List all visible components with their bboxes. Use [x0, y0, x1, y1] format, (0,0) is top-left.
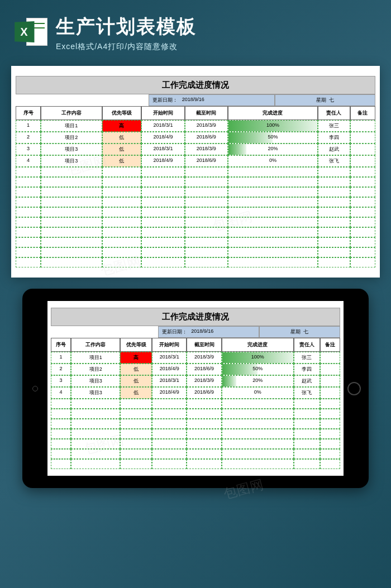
cell-task[interactable]: 项目3	[41, 155, 102, 167]
empty-cell[interactable]	[185, 197, 228, 207]
cell-progress[interactable]: 100%	[222, 352, 294, 364]
empty-cell[interactable]	[41, 197, 102, 207]
cell-start[interactable]: 2018/3/1	[152, 375, 187, 387]
empty-cell[interactable]	[350, 257, 375, 267]
empty-cell[interactable]	[228, 197, 318, 207]
empty-cell[interactable]	[350, 207, 375, 217]
empty-cell[interactable]	[71, 429, 120, 439]
empty-cell[interactable]	[318, 207, 350, 217]
cell-no[interactable]: 4	[16, 155, 41, 167]
empty-cell[interactable]	[187, 399, 221, 409]
cell-progress[interactable]: 50%	[228, 132, 318, 144]
empty-cell[interactable]	[102, 197, 142, 207]
cell-owner[interactable]: 赵武	[294, 375, 320, 387]
empty-cell[interactable]	[141, 237, 184, 247]
empty-cell[interactable]	[102, 217, 142, 227]
empty-cell[interactable]	[16, 257, 41, 267]
empty-cell[interactable]	[228, 237, 318, 247]
empty-cell[interactable]	[320, 399, 340, 409]
empty-cell[interactable]	[51, 419, 71, 429]
cell-priority[interactable]: 低	[102, 155, 142, 167]
empty-cell[interactable]	[185, 167, 228, 177]
empty-cell[interactable]	[41, 177, 102, 187]
cell-priority[interactable]: 低	[120, 375, 152, 387]
empty-cell[interactable]	[350, 197, 375, 207]
cell-task[interactable]: 项目1	[41, 120, 102, 132]
cell-no[interactable]: 4	[51, 387, 71, 399]
empty-cell[interactable]	[318, 177, 350, 187]
cell-owner[interactable]: 李四	[318, 132, 350, 144]
empty-cell[interactable]	[222, 429, 294, 439]
cell-owner[interactable]: 张三	[318, 120, 350, 132]
cell-note[interactable]	[350, 132, 375, 144]
empty-cell[interactable]	[120, 449, 152, 459]
empty-cell[interactable]	[141, 177, 184, 187]
empty-cell[interactable]	[350, 167, 375, 177]
empty-cell[interactable]	[71, 459, 120, 469]
empty-cell[interactable]	[187, 409, 221, 419]
empty-cell[interactable]	[318, 247, 350, 257]
empty-cell[interactable]	[16, 227, 41, 237]
cell-end[interactable]: 2018/3/9	[187, 375, 221, 387]
empty-cell[interactable]	[120, 419, 152, 429]
cell-priority[interactable]: 低	[102, 132, 142, 144]
empty-cell[interactable]	[320, 409, 340, 419]
empty-cell[interactable]	[350, 227, 375, 237]
cell-owner[interactable]: 张飞	[318, 155, 350, 167]
empty-cell[interactable]	[222, 459, 294, 469]
empty-cell[interactable]	[294, 409, 320, 419]
cell-progress[interactable]: 20%	[222, 375, 294, 387]
cell-note[interactable]	[320, 375, 340, 387]
empty-cell[interactable]	[51, 449, 71, 459]
empty-cell[interactable]	[350, 177, 375, 187]
empty-cell[interactable]	[228, 177, 318, 187]
empty-cell[interactable]	[41, 257, 102, 267]
empty-cell[interactable]	[185, 207, 228, 217]
empty-cell[interactable]	[187, 449, 221, 459]
empty-cell[interactable]	[120, 459, 152, 469]
cell-start[interactable]: 2018/3/1	[152, 352, 187, 364]
empty-cell[interactable]	[318, 167, 350, 177]
empty-cell[interactable]	[41, 187, 102, 197]
empty-cell[interactable]	[350, 237, 375, 247]
cell-end[interactable]: 2018/3/9	[187, 352, 221, 364]
empty-cell[interactable]	[294, 449, 320, 459]
cell-end[interactable]: 2018/6/9	[187, 364, 221, 375]
empty-cell[interactable]	[51, 409, 71, 419]
empty-cell[interactable]	[185, 247, 228, 257]
empty-cell[interactable]	[102, 257, 142, 267]
cell-start[interactable]: 2018/4/9	[141, 155, 184, 167]
cell-note[interactable]	[350, 144, 375, 155]
empty-cell[interactable]	[318, 197, 350, 207]
empty-cell[interactable]	[187, 429, 221, 439]
empty-cell[interactable]	[228, 207, 318, 217]
cell-owner[interactable]: 张三	[294, 352, 320, 364]
empty-cell[interactable]	[141, 217, 184, 227]
empty-cell[interactable]	[41, 247, 102, 257]
cell-progress[interactable]: 50%	[222, 364, 294, 375]
cell-start[interactable]: 2018/4/9	[152, 387, 187, 399]
cell-end[interactable]: 2018/6/9	[185, 155, 228, 167]
empty-cell[interactable]	[120, 399, 152, 409]
empty-cell[interactable]	[320, 439, 340, 449]
cell-end[interactable]: 2018/3/9	[185, 144, 228, 155]
empty-cell[interactable]	[102, 247, 142, 257]
cell-task[interactable]: 项目3	[71, 387, 120, 399]
cell-note[interactable]	[350, 155, 375, 167]
empty-cell[interactable]	[187, 459, 221, 469]
empty-cell[interactable]	[185, 217, 228, 227]
empty-cell[interactable]	[228, 187, 318, 197]
empty-cell[interactable]	[102, 167, 142, 177]
empty-cell[interactable]	[318, 237, 350, 247]
empty-cell[interactable]	[41, 217, 102, 227]
cell-note[interactable]	[320, 387, 340, 399]
cell-task[interactable]: 项目2	[41, 132, 102, 144]
cell-no[interactable]: 3	[16, 144, 41, 155]
cell-priority[interactable]: 低	[120, 387, 152, 399]
cell-progress[interactable]: 0%	[222, 387, 294, 399]
empty-cell[interactable]	[222, 399, 294, 409]
empty-cell[interactable]	[187, 419, 221, 429]
empty-cell[interactable]	[41, 237, 102, 247]
empty-cell[interactable]	[350, 217, 375, 227]
empty-cell[interactable]	[320, 449, 340, 459]
